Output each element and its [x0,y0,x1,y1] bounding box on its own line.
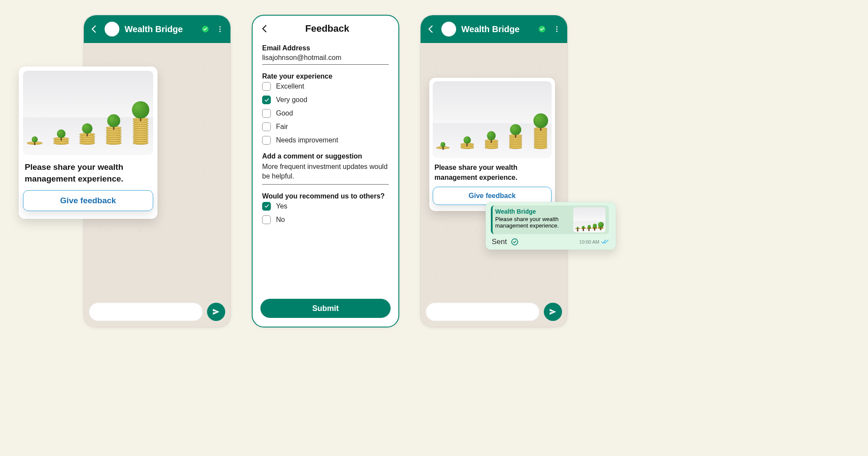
double-check-icon [601,239,609,245]
chat-title: Wealth Bridge [461,24,533,34]
message-image [433,81,552,158]
feedback-form-screen: Feedback Email Address Rate your experie… [252,15,399,327]
sent-status: Sent [492,238,519,246]
chat-body: Please share your wealth management expe… [421,43,567,327]
svg-point-6 [556,29,558,30]
message-input[interactable] [426,303,539,321]
rating-option[interactable]: Excellent [262,82,389,91]
verified-badge-icon [538,25,546,33]
comment-label: Add a comment or suggestion [262,152,389,160]
quote-text: Please share your wealth management expe… [495,216,567,229]
svg-point-2 [220,29,221,30]
quote-title: Wealth Bridge [495,208,567,215]
quote-thumbnail [573,207,605,232]
rating-option[interactable]: Very good [262,96,389,104]
checkbox-icon[interactable] [262,96,271,104]
email-label: Email Address [262,44,389,52]
checkbox-icon[interactable] [262,215,271,224]
back-icon[interactable] [426,24,436,34]
recommend-label: Would you recommend us to others? [262,192,389,200]
message-image [23,71,153,155]
rating-label: Rate your experience [262,73,389,80]
comment-field[interactable]: More frequent investment updates would b… [262,160,389,185]
feedback-title: Feedback [278,23,377,34]
email-field[interactable] [262,52,389,65]
sent-reply-card: Wealth Bridge Please share your wealth m… [486,202,616,250]
verified-badge-icon [201,25,210,33]
chat-header: Wealth Bridge [84,15,230,43]
incoming-message-card: Please share your wealth management expe… [429,78,555,211]
recommend-label: No [276,216,285,224]
checkbox-icon[interactable] [262,109,271,118]
give-feedback-button[interactable]: Give feedback [23,190,153,211]
chat-screen-initial: Wealth Bridge Please share your wealth m… [83,15,231,327]
chat-header: Wealth Bridge [421,15,567,43]
checkbox-icon[interactable] [262,122,271,131]
message-input[interactable] [89,303,203,321]
back-icon[interactable] [260,23,270,34]
rating-option[interactable]: Needs improvement [262,136,389,145]
message-time: 10:00 AM [579,239,599,245]
rating-label: Very good [276,96,307,104]
avatar[interactable] [105,22,119,36]
checkbox-icon[interactable] [262,136,271,145]
feedback-header: Feedback [253,16,398,42]
submit-button[interactable]: Submit [260,299,391,318]
more-menu-icon[interactable] [215,24,225,34]
rating-option[interactable]: Good [262,109,389,118]
avatar[interactable] [441,22,456,36]
svg-point-3 [220,31,221,32]
send-button[interactable] [544,303,562,321]
send-button[interactable] [207,303,225,321]
recommend-label: Yes [276,202,287,210]
checkbox-icon[interactable] [262,82,271,91]
incoming-message-card: Please share your wealth management expe… [19,66,158,219]
quoted-message: Wealth Bridge Please share your wealth m… [491,205,609,234]
check-circle-icon [510,238,519,246]
recommend-option[interactable]: Yes [262,202,389,211]
more-menu-icon[interactable] [552,24,562,34]
checkbox-icon[interactable] [262,202,271,211]
svg-point-5 [556,26,558,27]
recommend-option[interactable]: No [262,215,389,224]
rating-label: Excellent [276,83,304,90]
rating-label: Fair [276,123,288,131]
back-icon[interactable] [89,24,99,34]
message-text: Please share your wealth management expe… [23,155,153,185]
message-input-row [426,303,562,321]
chat-screen-sent: Wealth Bridge Please share your wealth m… [420,15,568,327]
message-text: Please share your wealth management expe… [433,158,552,182]
svg-point-7 [556,31,558,32]
message-input-row [89,303,225,321]
chat-title: Wealth Bridge [125,24,196,34]
rating-label: Needs improvement [276,136,338,144]
rating-label: Good [276,109,293,117]
rating-option[interactable]: Fair [262,122,389,131]
svg-point-1 [220,26,221,27]
